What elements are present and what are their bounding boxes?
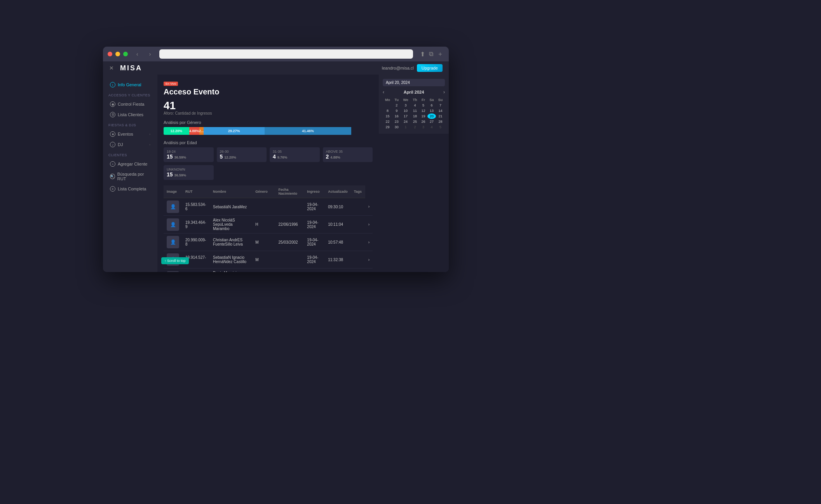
table-row[interactable]: 👤25.710.606-3Denis Mauricio Extranjero Q… <box>164 269 373 272</box>
calendar-day[interactable]: 11 <box>411 108 419 113</box>
total-count: 41 <box>164 100 373 111</box>
calendar-day[interactable]: 14 <box>436 108 445 113</box>
calendar-day[interactable]: 9 <box>392 108 401 113</box>
maximize-traffic-light[interactable] <box>123 52 128 56</box>
row-arrow-icon[interactable]: › <box>365 216 373 234</box>
sidebar: i Info General Accesos y Clientes ◉ Cont… <box>103 75 157 272</box>
calendar-day[interactable]: 17 <box>401 113 411 119</box>
calendar-day[interactable]: 8 <box>383 108 392 113</box>
calendar-day[interactable]: 16 <box>392 113 401 119</box>
calendar-day[interactable]: 12 <box>419 108 427 113</box>
sidebar-item-agregar-cliente[interactable]: + Agregar Cliente <box>105 159 156 169</box>
sidebar-item-dj[interactable]: ♪ DJ › <box>105 140 156 150</box>
row-arrow-icon[interactable]: › <box>365 234 373 251</box>
age-cell: 31-35 4 9.76% <box>270 147 320 162</box>
table-row[interactable]: 👤19.914.527-5SebastiaN Ignacio HernáNdez… <box>164 251 373 269</box>
upgrade-button[interactable]: Upgrade <box>417 64 443 72</box>
calendar-day[interactable]: 7 <box>436 103 445 108</box>
age-range: 26-30 <box>220 150 264 153</box>
table-row[interactable]: 👤20.990.009-8Christian AndrES FuenteSill… <box>164 234 373 251</box>
table-row[interactable]: 👤15.583.534-6SebastiáN JaraMez19-04-2024… <box>164 198 373 216</box>
forward-button[interactable]: › <box>147 50 153 58</box>
live-badge: En Vivo <box>164 82 178 86</box>
calendar-day[interactable]: 15 <box>383 113 392 119</box>
calendar-day[interactable]: 6 <box>427 103 436 108</box>
calendar-day[interactable]: 29 <box>383 124 392 130</box>
calendar-day[interactable]: 28 <box>436 119 445 124</box>
sidebar-item-info-general[interactable]: i Info General <box>105 80 156 90</box>
data-table: ImageRUTNombreGéneroFecha NacimientoIngr… <box>164 185 373 272</box>
calendar-day[interactable]: 1 <box>401 124 411 130</box>
calendar-day[interactable] <box>383 103 392 108</box>
calendar-day[interactable]: 2 <box>411 124 419 130</box>
age-range: 31-35 <box>273 150 317 153</box>
calendar-day[interactable]: 2 <box>392 103 401 108</box>
age-cell: ABOVE 35 2 4.88% <box>323 147 373 162</box>
calendar-day[interactable]: 10 <box>401 108 411 113</box>
gender-bar: 12.20%4.88%2...29.27%41.46% <box>164 127 373 135</box>
sidebar-item-control-fiesta[interactable]: ◉ Control Fiesta <box>105 99 156 109</box>
table-cell-actualizado: 11:32:38 <box>325 251 351 269</box>
sidebar-section-clientes: Clientes <box>103 150 157 159</box>
table-cell-nombre: Denis Mauricio Extranjero Quintano Marti… <box>210 269 252 272</box>
add-tab-icon[interactable]: ＋ <box>436 49 444 59</box>
copy-icon[interactable]: ⧉ <box>428 50 434 58</box>
calendar-day[interactable]: 30 <box>392 124 401 130</box>
row-arrow-icon[interactable]: › <box>365 251 373 269</box>
calendar-day[interactable]: 4 <box>427 124 436 130</box>
calendar-day[interactable]: 18 <box>411 113 419 119</box>
table-cell-fecha_nac: 22/06/1996 <box>275 216 304 234</box>
calendar-day[interactable]: 22 <box>383 119 392 124</box>
calendar-day[interactable]: 20 <box>427 113 436 119</box>
row-arrow-icon[interactable]: › <box>365 269 373 272</box>
sidebar-item-lista-completa[interactable]: ≡ Lista Completa <box>105 184 156 194</box>
sidebar-section-fiestas: Fiestas & DJs <box>103 120 157 129</box>
table-cell-rut: 25.710.606-3 <box>182 269 210 272</box>
calendar-day[interactable]: 3 <box>419 124 427 130</box>
sidebar-item-busqueda-rut[interactable]: 🔍 Búsqueda por RUT <box>105 169 156 183</box>
calendar-day[interactable]: 23 <box>392 119 401 124</box>
back-button[interactable]: ‹ <box>134 50 141 58</box>
calendar-date-button[interactable]: April 20, 2024 <box>383 79 445 86</box>
table-cell-rut: 20.990.009-8 <box>182 234 210 251</box>
cal-prev-button[interactable]: ‹ <box>383 89 384 95</box>
row-arrow-icon[interactable]: › <box>365 198 373 216</box>
calendar-day[interactable]: 13 <box>427 108 436 113</box>
arrow-icon: › <box>149 133 150 136</box>
age-pct: 36.59% <box>174 155 186 159</box>
sidebar-item-eventos[interactable]: ★ Eventos › <box>105 129 156 139</box>
calendar-day[interactable]: 5 <box>419 103 427 108</box>
calendar-day[interactable]: 21 <box>436 113 445 119</box>
cal-next-button[interactable]: › <box>443 89 445 95</box>
calendar-day[interactable]: 3 <box>401 103 411 108</box>
minimize-traffic-light[interactable] <box>115 52 120 56</box>
table-cell-tags <box>351 269 365 272</box>
calendar-day[interactable]: 5 <box>436 124 445 130</box>
sidebar-section-accesos: Accesos y Clientes <box>103 90 157 99</box>
calendar-day[interactable]: 27 <box>427 119 436 124</box>
search-icon: 🔍 <box>110 174 115 179</box>
table-cell-fecha_nac: 25/03/2002 <box>275 234 304 251</box>
avatar: 👤 <box>167 201 179 213</box>
table-row[interactable]: 👤19.343.464-9Alex NicoláS SepúLveda Mara… <box>164 216 373 234</box>
url-bar[interactable] <box>159 49 413 59</box>
age-count: 5 12.20% <box>220 153 264 160</box>
avatar: 👤 <box>167 271 179 272</box>
share-icon[interactable]: ⬆ <box>419 50 426 59</box>
calendar-day[interactable]: 26 <box>419 119 427 124</box>
calendar-day[interactable]: 4 <box>411 103 419 108</box>
page-title: Acceso Evento <box>164 87 373 96</box>
table-cell-tags <box>351 234 365 251</box>
calendar-day[interactable]: 25 <box>411 119 419 124</box>
scroll-top-button[interactable]: ↑ Scroll to top <box>161 257 189 264</box>
table-header: RUT <box>182 185 210 198</box>
calendar-day[interactable]: 19 <box>419 113 427 119</box>
close-traffic-light[interactable] <box>108 52 112 56</box>
calendar-day[interactable]: 24 <box>401 119 411 124</box>
gender-bar-segment: 4.88% <box>189 127 199 135</box>
age-pct: 9.76% <box>277 155 288 159</box>
list-icon: ☰ <box>110 112 115 117</box>
sidebar-item-lista-clientes[interactable]: ☰ Lista Clientes <box>105 110 156 120</box>
gender-bar-segment: 29.27% <box>204 127 265 135</box>
close-button[interactable]: ✕ <box>109 65 114 71</box>
